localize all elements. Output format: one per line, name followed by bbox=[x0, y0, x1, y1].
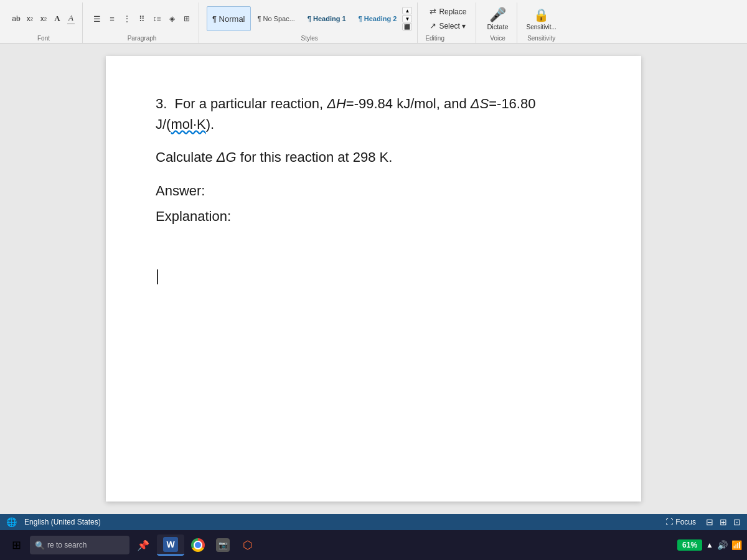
status-bar: 🌐 English (United States) ⛶ Focus ⊟ ⊞ ⊡ bbox=[0, 514, 747, 530]
sensitivity-icon: 🔒 bbox=[533, 7, 549, 22]
highlight-bar bbox=[67, 23, 75, 24]
line-spacing-button[interactable]: ↕≡ bbox=[150, 12, 164, 26]
paragraph-group: ☰ ≡ ⋮ ⠿ ↕≡ ◈ ⊞ Paragraph bbox=[85, 2, 199, 43]
styles-scroll-down[interactable]: ▼ bbox=[402, 15, 412, 22]
style-normal-preview: ¶ Normal bbox=[212, 14, 245, 24]
select-button[interactable]: ↗ Select ▾ bbox=[425, 19, 471, 32]
style-normal[interactable]: ¶ Normal bbox=[207, 6, 251, 31]
font-group: ab x2 x2 A A Font bbox=[5, 2, 83, 43]
status-right: ⛶ Focus ⊟ ⊞ ⊡ bbox=[662, 516, 741, 528]
document-content: 3. For a particular reaction, ΔH=-99.84 … bbox=[156, 93, 591, 287]
highlight-color-button[interactable]: A bbox=[65, 13, 77, 24]
align-center-button[interactable]: ⋮ bbox=[120, 12, 134, 26]
camera-icon: 📷 bbox=[216, 538, 230, 552]
language-icon: 🌐 bbox=[6, 517, 17, 527]
focus-label: Focus bbox=[675, 518, 696, 526]
search-bar[interactable]: 🔍 re to search bbox=[30, 536, 129, 554]
explanation-paragraph: Explanation: bbox=[156, 205, 591, 227]
subscript-button[interactable]: x2 bbox=[24, 13, 36, 24]
word-icon: W bbox=[163, 537, 178, 552]
dictate-button[interactable]: 🎤 Dictate bbox=[484, 4, 511, 34]
question-number: 3. bbox=[156, 96, 167, 111]
superscript-icon: 2 bbox=[44, 16, 47, 22]
style-h1-preview: ¶ Heading 1 bbox=[308, 15, 346, 22]
strikethrough-icon: ab bbox=[12, 14, 20, 23]
voice-group-label: Voice bbox=[490, 34, 505, 42]
document-page[interactable]: 3. For a particular reaction, ΔH=-99.84 … bbox=[106, 56, 641, 502]
ribbon-toolbar: ab x2 x2 A A Font ☰ ≡ bbox=[0, 0, 747, 44]
styles-group: ¶ Normal ¶ No Spac... ¶ Heading 1 ¶ Head… bbox=[202, 2, 418, 43]
replace-button[interactable]: ⇄ Replace bbox=[425, 5, 471, 18]
replace-label: Replace bbox=[439, 7, 466, 16]
search-label: re to search bbox=[47, 541, 87, 549]
text-cursor-area bbox=[156, 264, 591, 286]
microphone-icon: 🎤 bbox=[489, 7, 506, 23]
sensitivity-group-label: Sensitivity bbox=[527, 34, 555, 42]
start-button[interactable]: ⊞ bbox=[5, 534, 27, 556]
view-icon-3[interactable]: ⊡ bbox=[733, 517, 741, 527]
document-area: 3. For a particular reaction, ΔH=-99.84 … bbox=[0, 44, 747, 514]
select-icon: ↗ bbox=[430, 21, 436, 30]
speaker-icon[interactable]: 🔊 bbox=[717, 540, 728, 550]
style-heading2[interactable]: ¶ Heading 2 bbox=[353, 6, 403, 31]
align-left-button[interactable]: ≡ bbox=[105, 12, 119, 26]
dictate-label: Dictate bbox=[487, 23, 508, 30]
question-paragraph: 3. For a particular reaction, ΔH=-99.84 … bbox=[156, 93, 591, 134]
pin-icon: 📌 bbox=[137, 539, 149, 551]
style-h2-preview: ¶ Heading 2 bbox=[359, 15, 397, 22]
sensitivity-label: Sensitivit... bbox=[526, 24, 556, 30]
font-color-button[interactable]: A bbox=[51, 13, 63, 24]
battery-indicator: 61% bbox=[677, 539, 702, 551]
windows-icon: ⊞ bbox=[12, 538, 21, 552]
style-no-spacing[interactable]: ¶ No Spac... bbox=[252, 6, 301, 31]
strikethrough-button[interactable]: ab bbox=[10, 13, 22, 24]
style-nospace-preview: ¶ No Spac... bbox=[258, 15, 295, 22]
calculate-paragraph: Calculate ΔG for this reaction at 298 K. bbox=[156, 147, 591, 167]
view-icon-2[interactable]: ⊞ bbox=[720, 517, 727, 527]
select-label: Select ▾ bbox=[439, 22, 466, 30]
search-icon: 🔍 bbox=[35, 541, 45, 550]
styles-group-label: Styles bbox=[301, 34, 318, 42]
question-body: For a particular reaction, ΔH=-99.84 kJ/… bbox=[156, 96, 535, 132]
replace-icon: ⇄ bbox=[430, 7, 436, 16]
taskbar-pinned-icon[interactable]: 📌 bbox=[132, 534, 154, 556]
camera-taskbar-icon[interactable]: 📷 bbox=[212, 534, 234, 556]
styles-scroll-controls: ▲ ▼ ⬛ bbox=[402, 7, 412, 30]
font-color-icon: A bbox=[54, 14, 60, 24]
paragraph-group-label: Paragraph bbox=[128, 34, 157, 42]
sensitivity-group: 🔒 Sensitivit... Sensitivity bbox=[520, 2, 563, 43]
extra-app-icon[interactable]: ⬡ bbox=[237, 534, 259, 556]
focus-icon: ⛶ bbox=[665, 518, 673, 526]
focus-button[interactable]: ⛶ Focus bbox=[662, 516, 700, 528]
taskbar: ⊞ 🔍 re to search 📌 W 📷 ⬡ 61% ▲ 🔊 📶 bbox=[0, 530, 747, 560]
editing-group: ⇄ Replace ↗ Select ▾ Editing bbox=[420, 2, 476, 43]
highlight-icon: A bbox=[68, 13, 73, 23]
network-icon[interactable]: 📶 bbox=[731, 540, 742, 550]
styles-row: ¶ Normal ¶ No Spac... ¶ Heading 1 ¶ Head… bbox=[207, 6, 402, 31]
taskbar-right: 61% ▲ 🔊 📶 bbox=[677, 539, 742, 551]
word-taskbar-app[interactable]: W bbox=[157, 534, 184, 556]
style-heading1[interactable]: ¶ Heading 1 bbox=[302, 6, 352, 31]
chevron-up-icon[interactable]: ▲ bbox=[706, 541, 713, 549]
status-left: 🌐 English (United States) bbox=[6, 517, 101, 527]
styles-scroll-up[interactable]: ▲ bbox=[402, 7, 412, 14]
text-cursor bbox=[157, 269, 158, 284]
shading-button[interactable]: ◈ bbox=[165, 12, 179, 26]
chrome-taskbar-icon[interactable] bbox=[187, 534, 209, 556]
editing-group-label: Editing bbox=[425, 34, 444, 42]
answer-paragraph: Answer: bbox=[156, 180, 591, 202]
borders-button[interactable]: ⊞ bbox=[180, 12, 194, 26]
language-label: English (United States) bbox=[24, 518, 101, 526]
styles-expand[interactable]: ⬛ bbox=[402, 23, 412, 30]
font-group-label: Font bbox=[37, 34, 50, 42]
view-icon-1[interactable]: ⊟ bbox=[706, 517, 713, 527]
chrome-icon bbox=[191, 538, 205, 552]
superscript-button[interactable]: x2 bbox=[37, 13, 50, 24]
align-list-button[interactable]: ☰ bbox=[90, 12, 104, 26]
voice-group: 🎤 Dictate Voice bbox=[479, 2, 517, 43]
subscript-icon: 2 bbox=[31, 16, 33, 22]
align-right-button[interactable]: ⠿ bbox=[135, 12, 149, 26]
extra-icon: ⬡ bbox=[243, 538, 253, 552]
